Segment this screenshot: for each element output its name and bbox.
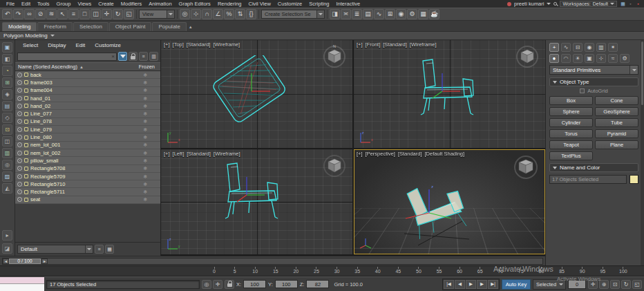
combo-caret[interactable]	[316, 10, 324, 18]
key-filter-dropdown[interactable]: Selected	[533, 279, 566, 290]
layer-dropdown[interactable]: Default	[17, 245, 93, 254]
frozen-icon[interactable]: ❄	[143, 104, 147, 109]
viewport-front[interactable]: [+] [Front] [Standard] [Wireframe]	[354, 40, 545, 148]
lights-icon[interactable]: ☀	[573, 54, 583, 63]
tab-object-paint[interactable]: Object Paint	[109, 22, 152, 31]
zoom-extents-icon[interactable]: ⊡	[610, 280, 620, 289]
list-item[interactable]: nem_lot_002 ❄	[15, 149, 160, 157]
visibility-icon[interactable]	[17, 166, 22, 171]
go-to-start-button[interactable]: |◀	[444, 280, 454, 289]
render-icon[interactable]: ☕	[429, 9, 439, 19]
object-type-rollout[interactable]: Object Type	[549, 77, 638, 86]
menu-item[interactable]: Edit	[18, 1, 34, 7]
ribbon-collapse-icon[interactable]: ▴	[189, 24, 192, 30]
play-button[interactable]: ▶	[466, 280, 476, 289]
schematic-view-icon[interactable]: ⊞	[385, 9, 395, 19]
name-and-color-rollout[interactable]: Name and Color	[549, 163, 638, 172]
frozen-icon[interactable]: ❄	[143, 73, 147, 77]
notification-icon[interactable]: ▪	[635, 1, 641, 7]
angle-snap-icon[interactable]: ∠	[213, 9, 223, 19]
list-item[interactable]: Rectangle5708 ❄	[15, 165, 160, 173]
list-item[interactable]: Line_078 ❄	[15, 118, 160, 126]
display-mode-icon[interactable]: ▦	[105, 245, 114, 254]
bind-to-spacewarp-icon[interactable]: ≋	[46, 9, 57, 19]
explorer-menu-customize[interactable]: Customize	[90, 42, 126, 48]
time-step-back-button[interactable]: ◂	[3, 259, 9, 264]
shapes-icon[interactable]: ◠	[561, 54, 571, 63]
menu-item[interactable]: Group	[53, 1, 75, 7]
viewport-menu-general[interactable]: [+]	[164, 41, 170, 48]
viewcube[interactable]	[322, 153, 347, 178]
viewport-menu-pov[interactable]: [Perspective]	[366, 151, 395, 157]
maxscript-mini-listener[interactable]	[0, 277, 44, 291]
undo-icon[interactable]: ↶	[2, 9, 12, 19]
column-chooser-icon[interactable]: ▥	[149, 52, 158, 61]
scene-explorer-header[interactable]: Name (Sorted Ascending) ▲ Frozen	[15, 62, 160, 71]
menu-item[interactable]: Views	[74, 1, 95, 7]
visibility-icon[interactable]	[17, 96, 22, 101]
viewport-top[interactable]: [+] [Top] [Standard] [Wireframe] N	[161, 40, 352, 148]
primitive-button[interactable]: GeoSphere	[595, 107, 638, 116]
list-item[interactable]: Rectangle5710 ❄	[15, 180, 160, 188]
left-tool-icon[interactable]: ◎	[2, 160, 12, 170]
render-setup-icon[interactable]: ⚙	[407, 9, 417, 19]
frozen-icon[interactable]: ❄	[143, 96, 147, 101]
rectangular-selection-region-icon[interactable]: □	[79, 9, 90, 19]
primitive-button[interactable]: Tube	[595, 118, 638, 127]
chair-object-left-view[interactable]	[207, 160, 290, 229]
left-tool-icon[interactable]: ◈	[2, 89, 12, 100]
viewport-left[interactable]: [+] [Left] [Standard] [Wireframe]	[161, 149, 352, 254]
listener-macro-pane[interactable]	[0, 277, 44, 284]
primitive-button[interactable]: Box	[549, 96, 593, 105]
select-and-move-icon[interactable]: ✛	[102, 9, 112, 19]
select-object-icon[interactable]: ↖	[57, 9, 68, 19]
select-and-rotate-icon[interactable]: ↻	[113, 9, 123, 19]
left-tool-icon[interactable]: ⊞	[2, 77, 12, 88]
list-item[interactable]: seat ❄	[15, 196, 160, 204]
mirror-icon[interactable]: ◨	[330, 9, 340, 19]
visibility-icon[interactable]	[17, 182, 22, 187]
frozen-icon[interactable]: ❄	[143, 182, 147, 187]
list-item[interactable]: Line_080 ❄	[15, 133, 160, 141]
viewport-perspective[interactable]: [+] [Perspective] [Standard] [Default Sh…	[354, 149, 545, 254]
tab-modeling[interactable]: Modeling	[2, 22, 37, 31]
frozen-column-header[interactable]: Frozen	[139, 64, 155, 70]
layer-manager-icon[interactable]: ≣	[352, 9, 362, 19]
auto-key-button[interactable]: Auto Key	[502, 279, 531, 290]
cameras-icon[interactable]: ▣	[585, 54, 594, 63]
visibility-icon[interactable]	[17, 119, 22, 124]
visibility-icon[interactable]	[17, 151, 22, 156]
frozen-icon[interactable]: ❄	[143, 111, 147, 116]
snaps-toggle-icon[interactable]: ∩	[202, 9, 212, 19]
list-item[interactable]: hand_01 ❄	[15, 95, 160, 102]
list-item[interactable]: hand_02 ❄	[15, 102, 160, 110]
modify-tab-icon[interactable]: ∿	[561, 43, 571, 52]
select-and-scale-icon[interactable]: ◱	[124, 9, 134, 19]
time-step-forward-button[interactable]: ▸	[41, 259, 48, 264]
viewport-menu-general[interactable]: [+]	[164, 151, 170, 157]
list-item[interactable]: back ❄	[15, 71, 160, 79]
menu-item[interactable]: Interactive	[332, 1, 363, 7]
viewport-menu-pov[interactable]: [Left]	[173, 151, 184, 157]
time-slider-handle[interactable]: 0 / 100	[9, 259, 41, 264]
selection-lock-icon[interactable]	[225, 280, 234, 289]
list-item[interactable]: Line_077 ❄	[15, 110, 160, 118]
percent-snap-icon[interactable]: %	[224, 9, 234, 19]
frozen-icon[interactable]: ❄	[143, 158, 147, 163]
primitive-category-dropdown[interactable]: Standard Primitives	[549, 65, 638, 75]
viewcube[interactable]	[515, 44, 540, 68]
viewcube[interactable]: N	[322, 44, 347, 68]
redo-icon[interactable]: ↷	[13, 9, 23, 19]
frozen-icon[interactable]: ❄	[143, 142, 147, 147]
visibility-icon[interactable]	[17, 88, 22, 93]
window-crossing-icon[interactable]: ◫	[91, 9, 101, 19]
visibility-icon[interactable]	[17, 174, 22, 179]
viewport-menu-pov[interactable]: [Front]	[366, 41, 381, 48]
frozen-icon[interactable]: ❄	[143, 166, 147, 171]
visibility-icon[interactable]	[17, 135, 22, 140]
unlink-selection-icon[interactable]: ⊘	[35, 9, 46, 19]
x-coord-field[interactable]	[243, 280, 266, 288]
frozen-icon[interactable]: ❄	[143, 80, 147, 85]
use-pivot-point-icon[interactable]: ◎	[180, 9, 190, 19]
viewport-menu-standard[interactable]: [Standard]	[383, 41, 407, 48]
